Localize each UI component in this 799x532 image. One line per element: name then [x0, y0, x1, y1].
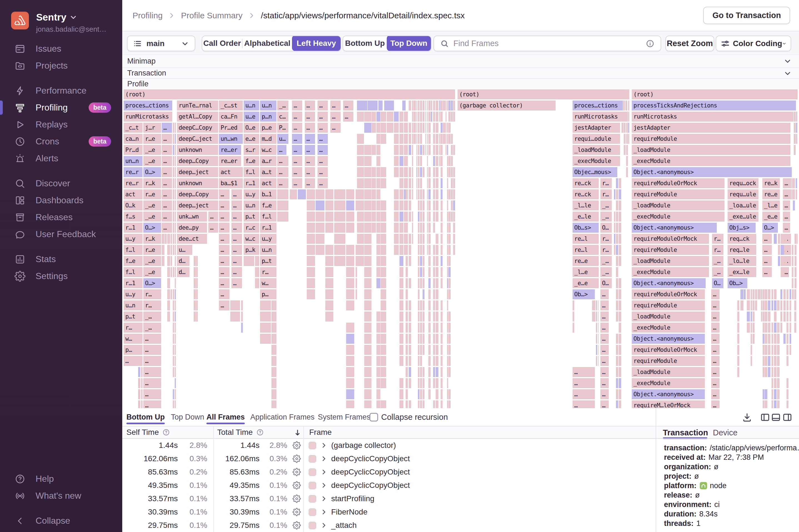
flame-frame[interactable]	[768, 311, 770, 322]
flame-frame[interactable]	[448, 389, 451, 399]
flame-frame[interactable]	[795, 267, 797, 277]
flame-frame[interactable]	[778, 234, 780, 244]
flame-frame[interactable]	[325, 256, 333, 266]
flame-frame[interactable]	[364, 245, 371, 255]
flame-frame[interactable]	[364, 356, 371, 366]
flame-frame[interactable]: …	[305, 156, 315, 166]
flame-frame[interactable]	[378, 100, 383, 111]
flame-frame[interactable]	[448, 256, 451, 266]
flame-frame[interactable]: Obj…s>	[728, 223, 756, 233]
flame-frame[interactable]: O…	[712, 278, 723, 288]
flame-frame[interactable]	[357, 212, 364, 222]
flame-frame[interactable]	[418, 311, 420, 322]
flame-frame[interactable]	[418, 289, 420, 299]
flame-frame[interactable]: _loadModule	[632, 145, 791, 155]
flame-frame[interactable]	[447, 278, 448, 288]
flame-frame[interactable]	[768, 300, 770, 310]
flame-frame[interactable]: requ…ule	[728, 189, 758, 200]
view-option-bottom-up[interactable]: Bottom Up	[343, 36, 387, 51]
flame-frame[interactable]	[447, 234, 448, 244]
flame-frame[interactable]	[786, 289, 788, 299]
flame-frame[interactable]: unk…wn	[177, 212, 207, 222]
flame-frame[interactable]	[447, 267, 448, 277]
flame-frame[interactable]: requireModule	[632, 300, 705, 310]
flame-frame[interactable]	[364, 267, 371, 277]
flame-frame[interactable]: …	[711, 334, 720, 344]
flame-frame[interactable]	[616, 245, 618, 255]
flame-frame[interactable]	[453, 245, 455, 255]
flame-frame[interactable]	[441, 400, 443, 408]
flame-frame[interactable]	[441, 112, 443, 121]
flame-frame[interactable]	[364, 389, 371, 399]
flame-frame[interactable]	[796, 189, 797, 200]
flame-frame[interactable]	[364, 234, 371, 244]
flame-frame[interactable]	[752, 311, 755, 322]
flame-frame[interactable]: r…	[600, 178, 612, 188]
flame-frame[interactable]: …	[783, 201, 790, 210]
flame-frame[interactable]	[435, 123, 439, 133]
flame-frame[interactable]	[175, 123, 176, 133]
flame-frame[interactable]	[448, 245, 451, 255]
flame-frame[interactable]	[409, 134, 411, 144]
flame-frame[interactable]	[596, 345, 597, 355]
flame-frame[interactable]	[412, 123, 413, 133]
flame-frame[interactable]	[751, 300, 752, 310]
flame-frame[interactable]	[346, 278, 354, 288]
flame-frame[interactable]	[453, 212, 455, 222]
flame-frame[interactable]	[346, 378, 354, 388]
flame-frame[interactable]	[794, 300, 796, 310]
view-option-top-down[interactable]: Top Down	[387, 36, 431, 51]
flame-frame[interactable]: …	[318, 112, 328, 121]
flame-frame[interactable]	[451, 201, 453, 210]
flame-frame[interactable]	[616, 367, 618, 377]
flame-frame[interactable]	[423, 123, 425, 133]
flame-frame[interactable]	[619, 245, 621, 255]
flame-frame[interactable]	[448, 267, 451, 277]
flame-frame[interactable]	[616, 389, 618, 399]
flame-frame[interactable]	[380, 134, 386, 144]
flame-frame[interactable]: d…	[177, 267, 189, 277]
flame-frame[interactable]	[448, 400, 451, 408]
flame-frame[interactable]	[167, 267, 170, 277]
flame-frame[interactable]: c…	[277, 112, 289, 121]
flame-frame[interactable]	[433, 345, 435, 355]
flame-frame[interactable]	[193, 267, 196, 277]
flame-frame[interactable]	[418, 201, 420, 210]
flame-frame[interactable]	[376, 234, 380, 244]
flame-frame[interactable]	[346, 300, 354, 310]
question-icon[interactable]	[256, 429, 264, 436]
flame-frame[interactable]	[420, 267, 422, 277]
flame-frame[interactable]: getAl…Copy	[177, 112, 218, 121]
flame-frame[interactable]	[175, 400, 176, 408]
flame-frame[interactable]	[751, 356, 752, 366]
flame-frame[interactable]: processTicksAndRejections	[632, 100, 796, 111]
flame-frame[interactable]	[441, 245, 443, 255]
flame-frame[interactable]: O…	[600, 223, 612, 233]
flame-frame[interactable]: …	[219, 300, 229, 310]
flame-frame[interactable]	[420, 134, 422, 144]
flame-frame[interactable]	[364, 334, 371, 344]
flame-frame[interactable]	[448, 112, 451, 121]
flame-frame[interactable]	[447, 189, 448, 200]
flame-frame[interactable]	[792, 267, 794, 277]
flame-frame[interactable]: …	[143, 400, 161, 408]
flame-frame[interactable]	[752, 334, 755, 344]
flame-frame[interactable]	[420, 278, 422, 288]
flame-frame[interactable]	[406, 400, 408, 408]
flame-frame[interactable]: …	[143, 334, 161, 344]
flame-frame[interactable]	[793, 189, 795, 200]
flame-frame[interactable]: re…k	[762, 178, 780, 188]
flame-frame[interactable]: …	[305, 123, 315, 133]
flame-frame[interactable]: …	[277, 145, 286, 155]
flame-frame[interactable]	[428, 167, 431, 177]
flame-frame[interactable]	[433, 300, 435, 310]
flame-frame[interactable]	[376, 323, 380, 332]
flame-frame[interactable]: _…	[712, 267, 723, 277]
flame-frame[interactable]	[418, 356, 420, 366]
flame-frame[interactable]	[171, 289, 172, 299]
flame-frame[interactable]	[744, 289, 746, 299]
flame-frame[interactable]	[423, 112, 425, 121]
flame-frame[interactable]: r…k	[143, 234, 161, 244]
flame-frame[interactable]	[427, 245, 428, 255]
flame-frame[interactable]	[406, 189, 408, 200]
